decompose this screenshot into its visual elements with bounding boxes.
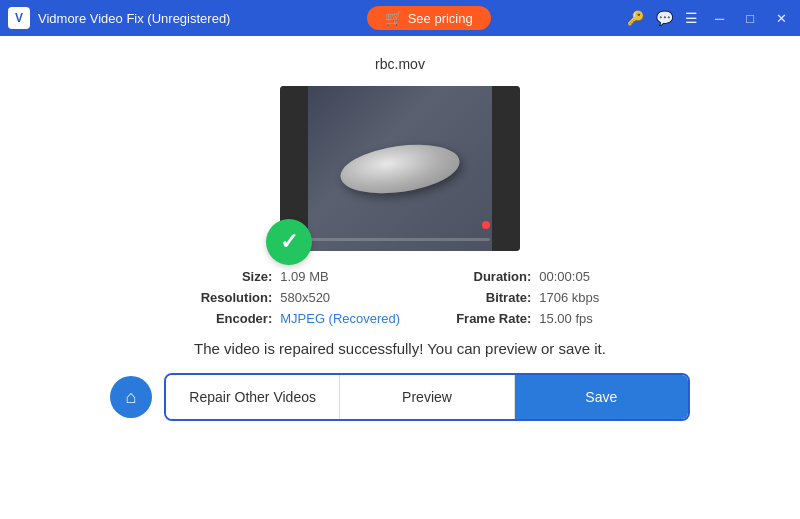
framerate-value: 15.00 fps: [539, 311, 599, 326]
duration-value: 00:00:05: [539, 269, 599, 284]
framerate-label: Frame Rate:: [456, 311, 531, 326]
duration-label: Duration:: [456, 269, 531, 284]
pricing-label: See pricing: [408, 11, 473, 26]
action-button-group: Repair Other Videos Preview Save: [164, 373, 690, 421]
close-button[interactable]: ✕: [771, 9, 792, 28]
video-3d-shape: [337, 137, 462, 199]
home-button[interactable]: ⌂: [110, 376, 152, 418]
encoder-value: MJPEG (Recovered): [280, 311, 400, 326]
video-side-right: [492, 86, 520, 251]
save-button[interactable]: Save: [515, 375, 688, 419]
minimize-button[interactable]: ─: [710, 9, 729, 28]
maximize-button[interactable]: □: [741, 9, 759, 28]
cart-icon: 🛒: [385, 10, 402, 26]
metadata-table: Size: 1.09 MB Duration: 00:00:05 Resolut…: [201, 269, 600, 326]
video-frame: [280, 86, 520, 251]
encoder-label: Encoder:: [201, 311, 273, 326]
main-content: rbc.mov ✓ Size: 1.09 MB Duration: 00:00:…: [0, 36, 800, 519]
video-thumbnail: [280, 86, 520, 251]
resolution-value: 580x520: [280, 290, 400, 305]
see-pricing-button[interactable]: 🛒 See pricing: [367, 6, 491, 30]
app-title: Vidmore Video Fix (Unregistered): [38, 11, 230, 26]
check-icon: ✓: [280, 231, 298, 253]
title-bar-actions: 🔑 💬 ☰ ─ □ ✕: [627, 9, 792, 28]
bottom-actions: ⌂ Repair Other Videos Preview Save: [110, 373, 690, 421]
video-indicator: [482, 221, 490, 229]
video-thumbnail-container: ✓: [280, 86, 520, 251]
video-filename: rbc.mov: [375, 56, 425, 72]
app-logo: V: [8, 7, 30, 29]
chat-icon[interactable]: 💬: [656, 10, 673, 26]
preview-button[interactable]: Preview: [340, 375, 514, 419]
home-icon: ⌂: [126, 387, 137, 408]
size-label: Size:: [201, 269, 273, 284]
title-bar-left: V Vidmore Video Fix (Unregistered): [8, 7, 230, 29]
bitrate-value: 1706 kbps: [539, 290, 599, 305]
size-value: 1.09 MB: [280, 269, 400, 284]
bitrate-label: Bitrate:: [456, 290, 531, 305]
resolution-label: Resolution:: [201, 290, 273, 305]
title-bar: V Vidmore Video Fix (Unregistered) 🛒 See…: [0, 0, 800, 36]
key-icon[interactable]: 🔑: [627, 10, 644, 26]
repair-other-videos-button[interactable]: Repair Other Videos: [166, 375, 340, 419]
success-message: The video is repaired successfully! You …: [194, 340, 606, 357]
title-bar-center: 🛒 See pricing: [230, 6, 626, 30]
menu-icon[interactable]: ☰: [685, 10, 698, 26]
success-badge: ✓: [266, 219, 312, 265]
video-timeline: [310, 238, 490, 241]
